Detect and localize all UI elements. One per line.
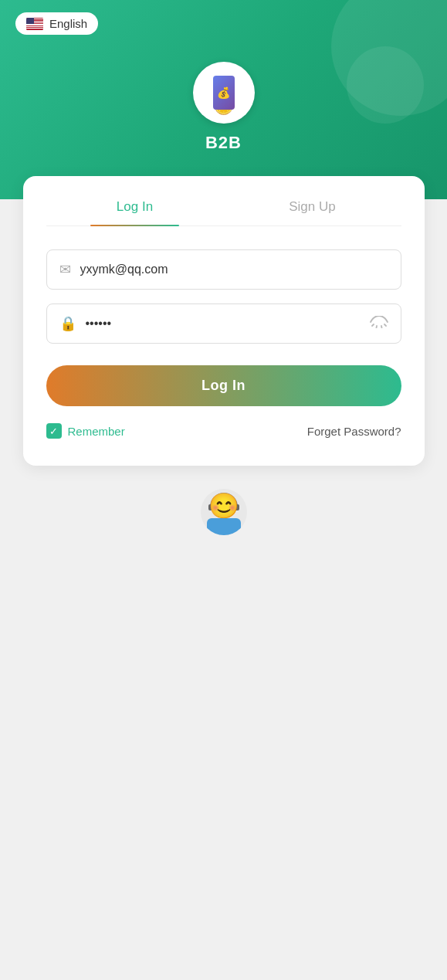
avatar-shirt [207,518,241,535]
email-field[interactable] [80,263,388,276]
login-card: Log In Sign Up ✉ 🔒 Log In ✓ Remember For… [23,176,425,466]
bottom-options: ✓ Remember Forget Password? [46,423,401,439]
avatar-body: 😊 [201,489,247,535]
language-selector[interactable]: English [15,12,98,35]
header-section: English 🪙 B2B [0,0,447,199]
forget-password-link[interactable]: Forget Password? [307,425,401,438]
bottom-filler [0,535,447,980]
lock-icon: 🔒 [59,315,76,332]
auth-tabs: Log In Sign Up [46,199,401,226]
support-section: 😊 [201,489,247,535]
email-icon: ✉ [59,261,71,278]
remember-label: Remember [68,425,125,438]
remember-section[interactable]: ✓ Remember [46,423,125,439]
avatar-head: 😊 [213,495,235,517]
app-logo-container: 🪙 B2B [193,62,255,153]
logo-phone-icon [213,76,235,110]
tab-login[interactable]: Log In [46,199,224,226]
app-logo: 🪙 [193,62,255,124]
language-text: English [49,17,87,30]
tab-signup[interactable]: Sign Up [224,199,401,226]
app-name: B2B [205,133,242,153]
email-input-group: ✉ [46,249,401,290]
flag-icon [26,18,43,30]
remember-checkbox[interactable]: ✓ [46,423,62,439]
password-input-group: 🔒 [46,303,401,344]
eye-toggle-icon[interactable] [370,316,388,331]
logo-illustration: 🪙 [199,68,249,117]
support-avatar[interactable]: 😊 [201,489,247,535]
login-button[interactable]: Log In [46,365,401,406]
password-field[interactable] [86,317,361,331]
